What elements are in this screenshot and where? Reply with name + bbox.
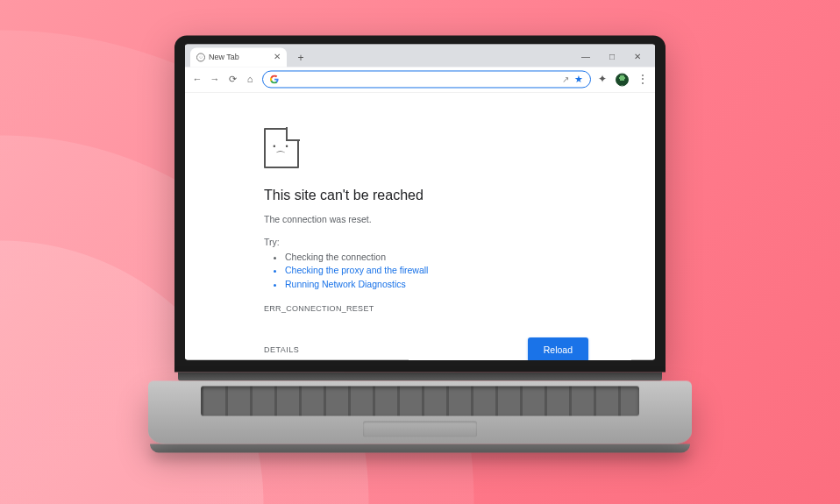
address-bar[interactable]: ↗ ★ — [262, 70, 591, 88]
menu-icon[interactable]: ⋮ — [637, 73, 648, 85]
google-icon — [270, 75, 279, 83]
error-message: The connection was reset. — [264, 214, 602, 224]
profile-avatar-icon[interactable] — [616, 73, 629, 86]
new-tab-button[interactable]: + — [292, 49, 310, 67]
suggestion-item[interactable]: Running Network Diagnostics — [285, 278, 602, 292]
url-input[interactable] — [284, 75, 557, 84]
forward-button[interactable]: → — [210, 74, 220, 84]
suggestion-list: Checking the connectionChecking the prox… — [264, 251, 602, 292]
toolbar: ← → ⟳ ⌂ ↗ ★ ✦ — [185, 67, 655, 93]
window-controls: — □ ✕ — [573, 47, 650, 67]
tab-title: New Tab — [209, 53, 239, 61]
reload-button[interactable]: ⟳ — [227, 74, 238, 84]
screen-bezel: ○ New Tab ✕ + — □ ✕ ← → ⟳ ⌂ — [174, 35, 666, 372]
favicon-icon: ○ — [196, 53, 205, 61]
home-button[interactable]: ⌂ — [245, 74, 255, 84]
try-label: Try: — [264, 237, 602, 247]
suggestion-item[interactable]: Checking the proxy and the firewall — [285, 265, 602, 279]
laptop-deck — [148, 380, 692, 444]
reload-page-button[interactable]: Reload — [528, 337, 588, 359]
back-button[interactable]: ← — [192, 74, 203, 84]
browser-window: ○ New Tab ✕ + — □ ✕ ← → ⟳ ⌂ — [185, 44, 655, 359]
laptop-hinge — [178, 372, 662, 380]
window-minimize-icon[interactable]: — — [581, 53, 590, 61]
page-content: • • ⌒ This site can't be reached The con… — [185, 93, 655, 359]
error-code: ERR_CONNECTION_RESET — [264, 304, 602, 313]
window-close-icon[interactable]: ✕ — [634, 53, 641, 61]
suggestion-item: Checking the connection — [285, 251, 602, 265]
browser-tab[interactable]: ○ New Tab ✕ — [190, 47, 287, 67]
details-button[interactable]: DETAILS — [264, 345, 299, 354]
keyboard — [201, 386, 639, 415]
laptop-edge — [150, 444, 690, 452]
window-maximize-icon[interactable]: □ — [609, 53, 615, 61]
share-url-icon[interactable]: ↗ — [562, 75, 569, 84]
sad-file-icon: • • ⌒ — [264, 128, 299, 168]
extensions-icon[interactable]: ✦ — [598, 73, 607, 85]
trackpad — [363, 421, 477, 437]
error-title: This site can't be reached — [264, 188, 602, 203]
tab-strip: ○ New Tab ✕ + — □ ✕ — [185, 44, 655, 67]
tab-close-icon[interactable]: ✕ — [274, 52, 281, 61]
laptop-frame: ○ New Tab ✕ + — □ ✕ ← → ⟳ ⌂ — [174, 35, 666, 452]
bookmark-star-icon[interactable]: ★ — [574, 74, 583, 85]
